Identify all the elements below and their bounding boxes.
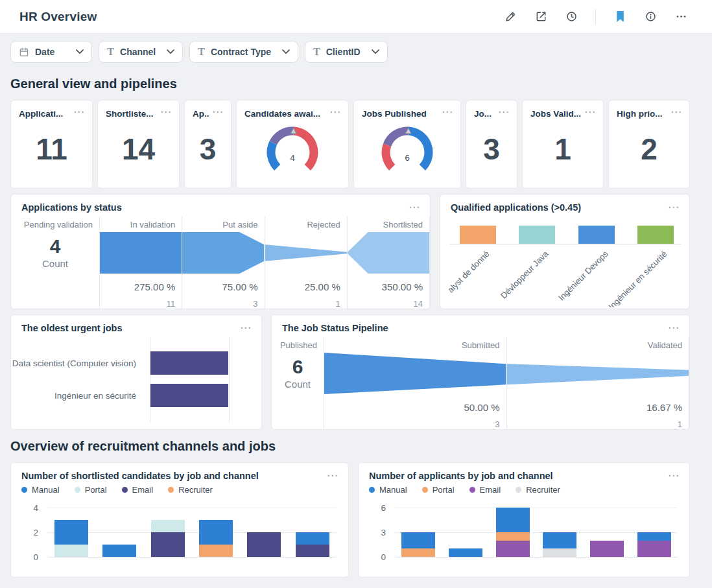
kpi-card-shortlisted: Shortliste...⋯ 14 — [97, 100, 180, 189]
chart-legend: ManualPortalEmailRecruiter — [359, 484, 689, 499]
legend-item[interactable]: Recruiter — [516, 485, 560, 495]
card-menu-icon[interactable]: ⋯ — [442, 109, 453, 115]
legend-label: Email — [480, 485, 501, 495]
svg-text:6: 6 — [405, 153, 409, 163]
legend-item[interactable]: Portal — [75, 485, 107, 495]
funnel-count: 11 — [100, 294, 182, 309]
legend-item[interactable]: Portal — [422, 485, 455, 495]
stacked-bar — [637, 532, 671, 557]
category-label: alyst de donné — [440, 249, 492, 307]
card-menu-icon[interactable]: ⋯ — [409, 204, 420, 211]
funnel-step-label: Validated — [507, 337, 689, 353]
stacked-bar — [543, 532, 576, 557]
text-filter-icon: T — [107, 47, 114, 57]
funnel-count: 1 — [265, 294, 347, 309]
card-menu-icon[interactable]: ⋯ — [329, 109, 340, 115]
funnel-first-value: 6 — [292, 357, 303, 377]
funnel-chart: Pending validation 4 Count In validation… — [11, 217, 430, 309]
funnel-step-label: Pending validation — [11, 217, 99, 232]
card-menu-icon[interactable]: ⋯ — [327, 473, 338, 479]
funnel-percent: 16.67 % — [507, 394, 689, 415]
stacked-bar — [449, 548, 482, 557]
stacked-bar — [151, 520, 185, 557]
filter-clientid[interactable]: T ClientID — [305, 41, 388, 63]
legend-item[interactable]: Recruiter — [168, 485, 213, 495]
kpi-value: 3 — [193, 119, 223, 182]
card-menu-icon[interactable]: ⋯ — [668, 325, 679, 331]
filter-bar: Date T Channel T Contract Type T ClientI… — [10, 41, 690, 63]
kpi-card-candidates-awaiting: Candidates awai...⋯ 4 — [236, 100, 349, 189]
stacked-bar — [401, 532, 435, 557]
gridline — [47, 557, 337, 558]
bookmark-icon[interactable] — [613, 10, 626, 23]
history-icon[interactable] — [565, 10, 578, 23]
info-icon[interactable] — [644, 10, 657, 23]
legend-dot — [21, 487, 27, 493]
bar-segment — [543, 548, 576, 557]
chart-title: Applications by status — [21, 202, 122, 213]
chevron-down-icon — [167, 49, 174, 54]
kpi-card-ap: Ap...⋯ 3 — [184, 100, 231, 189]
legend-dot — [168, 487, 174, 493]
filter-label: Date — [35, 47, 54, 57]
stacked-bar — [199, 520, 233, 557]
funnel-step-label: Submitted — [324, 337, 506, 353]
more-icon[interactable] — [674, 10, 687, 23]
kpi-value: 11 — [19, 119, 84, 182]
filter-contract-type[interactable]: T Contract Type — [189, 41, 298, 63]
funnel-count: 3 — [324, 415, 506, 429]
filter-label: Contract Type — [211, 47, 271, 57]
bar-segment — [54, 545, 88, 557]
bar-segment — [449, 548, 482, 557]
legend-item[interactable]: Email — [469, 485, 501, 495]
category-label: Data scientist (Computer vision) — [11, 359, 143, 368]
filter-label: ClientID — [326, 47, 361, 57]
card-menu-icon[interactable]: ⋯ — [668, 204, 679, 211]
funnel-unit: Count — [285, 379, 311, 390]
card-menu-icon[interactable]: ⋯ — [670, 109, 682, 115]
funnel-percent: 50.00 % — [324, 394, 506, 415]
bars-group — [47, 508, 337, 557]
card-menu-icon[interactable]: ⋯ — [498, 109, 509, 115]
funnel-segment — [348, 232, 429, 274]
funnel-first-value: 4 — [50, 237, 61, 256]
bar-segment — [151, 520, 185, 532]
legend-label: Manual — [32, 485, 60, 495]
y-tick-label: 0 — [381, 552, 386, 562]
text-filter-icon: T — [198, 47, 205, 57]
kpi-card-applications: Applicati...⋯ 11 — [10, 100, 93, 189]
filter-channel[interactable]: T Channel — [99, 41, 183, 63]
horizontal-bar-chart: Data scientist (Computer vision) Ingénie… — [11, 337, 261, 423]
divider — [595, 9, 596, 25]
card-menu-icon[interactable]: ⋯ — [668, 473, 679, 479]
legend-dot — [122, 487, 128, 493]
legend-item[interactable]: Manual — [21, 485, 60, 495]
chart-title: Number of shortlisted candidates by job … — [21, 471, 259, 481]
bar-segment — [247, 532, 281, 557]
bar-segment — [637, 541, 671, 557]
gridline — [150, 337, 150, 423]
kpi-value: 3 — [474, 119, 509, 182]
legend-label: Manual — [379, 485, 407, 495]
card-menu-icon[interactable]: ⋯ — [240, 325, 251, 331]
bar-segment — [496, 541, 530, 557]
filter-date[interactable]: Date — [10, 41, 92, 63]
funnel-count: 1 — [507, 415, 689, 429]
y-tick-label: 4 — [33, 503, 38, 513]
card-menu-icon[interactable]: ⋯ — [212, 109, 223, 115]
section-title-overview: Overview of recruitment channels and job… — [10, 439, 690, 454]
legend-item[interactable]: Email — [122, 485, 154, 495]
kpi-card-jobs-validated: Jobs Valid...⋯ 1 — [522, 100, 604, 189]
funnel-step-label: In validation — [100, 217, 182, 232]
stacked-bar — [496, 508, 530, 557]
chart-title: Qualified applications (>0.45) — [451, 202, 581, 213]
card-menu-icon[interactable]: ⋯ — [160, 109, 171, 115]
legend-item[interactable]: Manual — [369, 485, 407, 495]
edit-icon[interactable] — [504, 10, 517, 23]
legend-label: Email — [132, 485, 154, 495]
y-tick-label: 2 — [33, 528, 38, 537]
chevron-down-icon — [372, 49, 379, 54]
card-menu-icon[interactable]: ⋯ — [73, 109, 84, 115]
share-icon[interactable] — [534, 10, 547, 23]
card-menu-icon[interactable]: ⋯ — [584, 109, 595, 115]
